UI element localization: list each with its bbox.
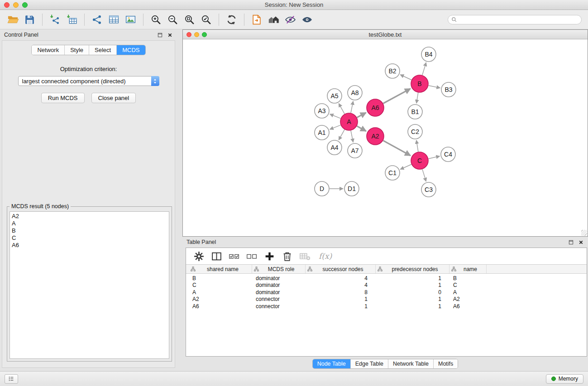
graph-node-D[interactable]: D <box>315 181 329 196</box>
save-session-button[interactable] <box>21 11 38 28</box>
refresh-button[interactable] <box>223 11 240 28</box>
cell-name[interactable]: C <box>449 282 487 288</box>
export-image-button[interactable] <box>122 11 139 28</box>
select-all-button[interactable] <box>226 249 242 263</box>
graph-node-A2[interactable]: A2 <box>367 128 384 145</box>
column-header-name[interactable]: name <box>449 265 487 273</box>
add-button[interactable] <box>261 249 277 263</box>
graph-node-A4[interactable]: A4 <box>327 140 342 155</box>
import-network-button[interactable] <box>47 11 63 28</box>
graph-node-B2[interactable]: B2 <box>385 64 400 78</box>
cell-name[interactable]: A2 <box>449 296 487 302</box>
graph-node-A6[interactable]: A6 <box>367 99 384 116</box>
mcds-result-item[interactable]: A <box>12 220 167 227</box>
tab-select[interactable]: Select <box>89 45 116 55</box>
cell-successor-nodes[interactable]: 1 <box>306 296 376 302</box>
column-header-shared-name[interactable]: shared name <box>189 265 252 273</box>
tab-node-table[interactable]: Node Table <box>313 359 350 368</box>
table-row[interactable]: A2connector11A2 <box>189 296 587 303</box>
graph-node-B1[interactable]: B1 <box>408 105 422 119</box>
home-button[interactable] <box>265 11 282 28</box>
graph-node-C1[interactable]: C1 <box>385 166 400 180</box>
cell-mcds-role[interactable]: connector <box>252 296 306 302</box>
cell-shared-name[interactable]: A <box>189 289 252 295</box>
cell-name[interactable]: A <box>449 289 487 295</box>
cell-name[interactable]: B <box>449 275 487 281</box>
hide-graphics-button[interactable] <box>282 11 299 28</box>
zoom-selected-button[interactable] <box>198 11 215 28</box>
tab-network-table[interactable]: Network Table <box>388 359 433 368</box>
search-box[interactable] <box>448 15 582 24</box>
run-mcds-button[interactable]: Run MCDS <box>41 93 85 103</box>
graph-node-A7[interactable]: A7 <box>348 143 362 158</box>
tab-edge-table[interactable]: Edge Table <box>350 359 388 368</box>
cell-successor-nodes[interactable]: 4 <box>306 275 376 281</box>
column-header-predecessor-nodes[interactable]: predecessor nodes <box>376 265 449 273</box>
minimize-view-button[interactable] <box>194 32 199 37</box>
new-table-button[interactable] <box>105 11 122 28</box>
cell-predecessor-nodes[interactable]: 1 <box>376 275 449 281</box>
optimization-criterion-select[interactable]: largest connected component (directed) <box>18 76 159 86</box>
mcds-result-item[interactable]: C <box>12 234 167 242</box>
table-row[interactable]: A6connector11A6 <box>189 303 587 310</box>
close-window-button[interactable] <box>4 2 10 8</box>
table-row[interactable]: Cdominator41C <box>189 282 587 289</box>
tab-motifs[interactable]: Motifs <box>433 359 458 368</box>
cell-predecessor-nodes[interactable]: 1 <box>376 296 449 302</box>
mcds-result-item[interactable]: A6 <box>12 242 167 249</box>
cell-predecessor-nodes[interactable]: 1 <box>376 282 449 288</box>
cell-successor-nodes[interactable]: 4 <box>306 282 376 288</box>
table-row[interactable]: Bdominator41B <box>189 275 587 282</box>
zoom-in-button[interactable] <box>148 11 164 28</box>
columns-button[interactable] <box>208 249 225 263</box>
close-panel-button[interactable]: Close panel <box>91 93 136 103</box>
tab-style[interactable]: Style <box>64 45 89 55</box>
resize-grip[interactable] <box>581 230 587 236</box>
cell-mcds-role[interactable]: dominator <box>252 282 306 288</box>
function-builder-button[interactable]: f(x) <box>319 252 332 261</box>
cell-mcds-role[interactable]: dominator <box>252 275 306 281</box>
cell-name[interactable]: A6 <box>449 303 487 310</box>
cell-shared-name[interactable]: A6 <box>189 303 252 310</box>
search-input[interactable] <box>459 16 578 23</box>
new-network-button[interactable] <box>89 11 105 28</box>
cell-successor-nodes[interactable]: 1 <box>306 303 376 310</box>
task-history-button[interactable] <box>5 374 18 384</box>
settings-button[interactable] <box>191 249 207 263</box>
column-header-successor-nodes[interactable]: successor nodes <box>306 265 376 273</box>
graph-node-A3[interactable]: A3 <box>315 104 329 118</box>
cell-mcds-role[interactable]: connector <box>252 303 306 310</box>
graph-node-A8[interactable]: A8 <box>348 86 362 100</box>
trash-button[interactable] <box>279 249 295 263</box>
graph-node-C2[interactable]: C2 <box>408 124 422 139</box>
cell-predecessor-nodes[interactable]: 0 <box>376 289 449 295</box>
memory-button[interactable]: Memory <box>546 374 583 384</box>
tab-network[interactable]: Network <box>32 45 64 55</box>
graph-node-C[interactable]: C <box>411 152 428 169</box>
graph-node-C3[interactable]: C3 <box>421 182 436 197</box>
float-control-panel-button[interactable] <box>157 32 163 38</box>
graph-node-A1[interactable]: A1 <box>315 125 329 140</box>
column-header-mcds-role[interactable]: MCDS role <box>252 265 306 273</box>
cell-shared-name[interactable]: A2 <box>189 296 252 302</box>
zoom-out-button[interactable] <box>164 11 181 28</box>
graph-node-A[interactable]: A <box>340 113 358 130</box>
graph-node-A5[interactable]: A5 <box>327 89 342 103</box>
graph-node-B[interactable]: B <box>411 75 428 92</box>
mcds-result-list[interactable]: A2ABCA6 <box>10 211 169 359</box>
close-table-panel-button[interactable] <box>578 239 584 245</box>
cell-shared-name[interactable]: B <box>189 275 252 281</box>
cell-successor-nodes[interactable]: 8 <box>306 289 376 295</box>
float-table-panel-button[interactable] <box>568 239 574 245</box>
node-table-body[interactable]: Bdominator41BCdominator41CAdominator80AA… <box>186 274 587 356</box>
cell-mcds-role[interactable]: dominator <box>252 289 306 295</box>
graph-node-C4[interactable]: C4 <box>441 147 455 162</box>
zoom-window-button[interactable] <box>22 2 28 8</box>
show-graphics-button[interactable] <box>299 11 316 28</box>
table-row[interactable]: Adominator80A <box>189 289 587 296</box>
minimize-window-button[interactable] <box>13 2 19 8</box>
zoom-view-button[interactable] <box>202 32 207 37</box>
graph-node-B4[interactable]: B4 <box>421 47 436 62</box>
tab-mcds[interactable]: MCDS <box>116 45 145 55</box>
mcds-result-item[interactable]: A2 <box>12 213 167 220</box>
